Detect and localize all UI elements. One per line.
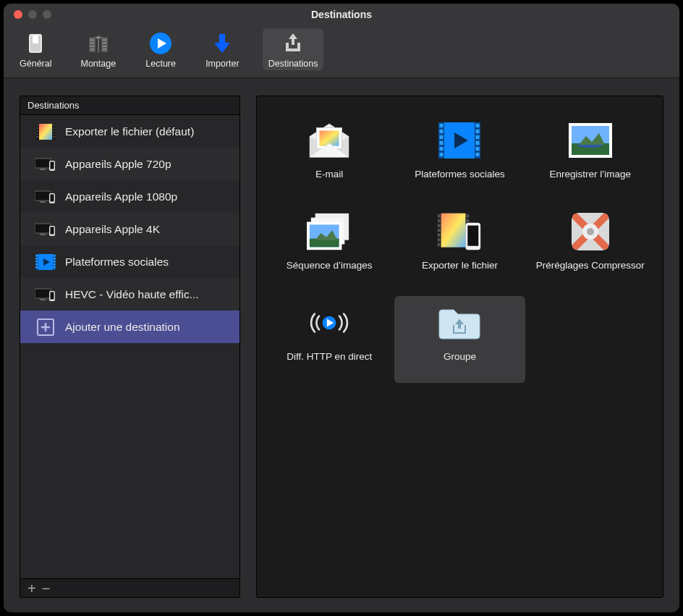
zoom-icon[interactable]: [43, 10, 51, 19]
sidebar-item-export-file[interactable]: Exporter le fichier (défaut): [20, 115, 239, 148]
download-icon: [210, 31, 234, 56]
film-strip-icon: [35, 121, 56, 143]
svg-rect-6: [90, 42, 94, 44]
svg-rect-51: [54, 261, 56, 263]
sidebar-item-apple-720p[interactable]: Appareils Apple 720p: [20, 148, 239, 180]
tab-playback[interactable]: Lecture: [139, 28, 182, 70]
destination-label: Groupe: [444, 351, 476, 362]
video-play-icon: [437, 118, 482, 163]
svg-rect-22: [37, 133, 38, 135]
svg-rect-46: [36, 261, 38, 263]
svg-rect-91: [438, 224, 441, 227]
svg-rect-95: [438, 243, 441, 246]
svg-rect-75: [476, 141, 480, 145]
svg-rect-5: [90, 39, 94, 41]
destination-http-live[interactable]: Diff. HTTP en direct: [264, 296, 394, 383]
svg-rect-21: [37, 130, 38, 132]
sidebar-item-apple-1080p[interactable]: Appareils Apple 1080p: [20, 180, 239, 213]
svg-rect-9: [103, 39, 106, 41]
svg-rect-53: [54, 266, 56, 269]
tab-label: Destinations: [268, 59, 318, 69]
image-stack-icon: [307, 209, 352, 254]
tab-destinations[interactable]: Destinations: [263, 28, 324, 70]
svg-rect-49: [54, 255, 56, 257]
svg-rect-55: [40, 299, 46, 300]
plus-box-icon: [35, 316, 56, 338]
destination-save-image[interactable]: Enregistrer l’image: [525, 114, 656, 201]
tab-editing[interactable]: Montage: [75, 28, 122, 70]
destination-compressor[interactable]: Préréglages Compressor: [525, 205, 656, 292]
svg-rect-36: [51, 194, 54, 201]
tab-import[interactable]: Importer: [200, 28, 245, 70]
svg-rect-26: [54, 130, 55, 132]
destination-email[interactable]: E-mail: [264, 114, 394, 201]
svg-rect-57: [51, 292, 54, 299]
sidebar-item-label: HEVC - Vidéo haute effic...: [65, 288, 199, 301]
devices-icon: [35, 186, 56, 208]
sidebar-header: Destinations: [20, 96, 240, 114]
svg-rect-104: [468, 226, 479, 246]
svg-rect-37: [35, 224, 51, 233]
sidebar-list: Exporter le fichier (défaut) Appareils A…: [20, 114, 240, 579]
sidebar-item-hevc[interactable]: HEVC - Vidéo haute effic...: [20, 278, 239, 311]
add-button[interactable]: +: [27, 581, 36, 596]
titlebar: Destinations: [4, 4, 679, 25]
svg-rect-76: [476, 147, 480, 151]
svg-rect-93: [438, 234, 441, 237]
svg-rect-96: [467, 215, 470, 218]
svg-rect-47: [36, 263, 38, 266]
sidebar-item-label: Appareils Apple 4K: [65, 223, 160, 236]
svg-rect-28: [54, 136, 55, 138]
film-icon: [86, 31, 111, 56]
svg-rect-67: [440, 130, 444, 133]
svg-rect-72: [476, 124, 480, 127]
body: Destinations: [4, 78, 679, 612]
sidebar-item-label: Ajouter une destination: [65, 321, 180, 334]
destination-label: E-mail: [315, 169, 343, 180]
svg-rect-38: [40, 234, 46, 235]
sidebar-item-label: Exporter le fichier (défaut): [65, 125, 194, 138]
sidebar-item-apple-4k[interactable]: Appareils Apple 4K: [20, 213, 239, 245]
destination-group[interactable]: Groupe: [394, 296, 525, 383]
remove-button[interactable]: −: [42, 581, 51, 596]
svg-rect-50: [54, 258, 56, 260]
svg-rect-34: [40, 201, 46, 203]
image-icon: [568, 118, 613, 163]
devices-icon: [35, 284, 56, 305]
minimize-icon[interactable]: [28, 10, 37, 19]
svg-rect-45: [36, 258, 38, 260]
svg-rect-32: [51, 161, 54, 169]
preferences-window: Destinations Général: [4, 4, 679, 612]
svg-rect-77: [476, 153, 480, 156]
svg-rect-94: [438, 238, 441, 241]
svg-rect-30: [40, 169, 46, 170]
svg-rect-97: [467, 219, 470, 222]
tab-general[interactable]: Général: [14, 28, 57, 70]
svg-rect-54: [35, 289, 51, 298]
svg-rect-23: [37, 136, 38, 138]
tab-label: Montage: [80, 59, 116, 69]
toolbar: Général Montage: [4, 25, 679, 78]
svg-rect-66: [440, 124, 444, 127]
destination-image-sequence[interactable]: Séquence d’images: [264, 205, 394, 292]
destination-label: Exporter le fichier: [422, 260, 498, 271]
tab-label: Général: [20, 59, 51, 69]
http-live-icon: [307, 300, 352, 345]
close-icon[interactable]: [14, 10, 22, 19]
svg-rect-19: [37, 125, 38, 126]
destination-social[interactable]: Plateformes sociales: [394, 114, 525, 201]
sidebar-item-add-destination[interactable]: Ajouter une destination: [20, 311, 239, 343]
destination-label: Plateformes sociales: [415, 169, 505, 180]
destination-export-file[interactable]: Exporter le fichier: [394, 205, 525, 292]
sidebar-item-label: Appareils Apple 1080p: [65, 190, 177, 203]
film-device-icon: [437, 209, 482, 254]
svg-rect-12: [103, 48, 106, 51]
svg-rect-68: [440, 135, 444, 139]
svg-rect-40: [51, 227, 54, 234]
svg-rect-24: [54, 125, 55, 126]
svg-rect-33: [35, 191, 51, 201]
sidebar-item-social[interactable]: Plateformes sociales: [20, 245, 239, 278]
mail-icon: [307, 118, 352, 163]
destination-label: Séquence d’images: [287, 260, 373, 271]
sidebar-item-label: Plateformes sociales: [65, 256, 169, 269]
